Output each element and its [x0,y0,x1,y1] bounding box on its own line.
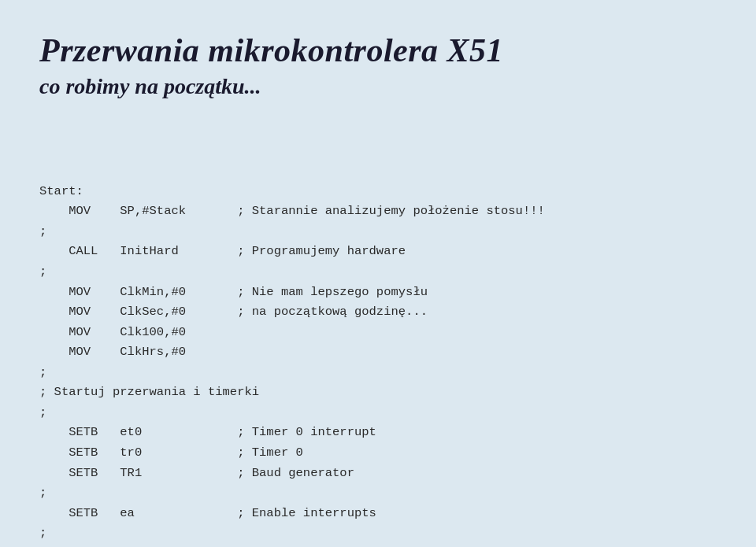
main-title: Przerwania mikrokontrolera X51 [39,31,717,69]
code-line: ; [39,363,717,383]
code-line: ... [39,544,717,547]
code-line: SETB et0 ; Timer 0 interrupt [39,423,717,443]
code-line: CALL InitHard ; Programujemy hardware [39,242,717,262]
code-line: SETB ea ; Enable interrupts [39,504,717,524]
code-line: ; [39,403,717,423]
code-line: MOV ClkHrs,#0 [39,342,717,363]
code-line: SETB tr0 ; Timer 0 [39,443,717,464]
code-line: MOV ClkMin,#0 ; Nie mam lepszego pomysłu [39,283,717,303]
code-line: Start: [39,182,717,202]
subtitle: co robimy na początku... [39,74,717,99]
code-line: MOV SP,#Stack ; Starannie analizujemy po… [39,201,717,222]
code-line: ; Startuj przerwania i timerki [39,383,717,403]
code-line: ; [39,262,717,283]
code-line: MOV Clk100,#0 [39,323,717,343]
code-line: ; [39,483,717,504]
code-line: ; [39,222,717,242]
code-line: ; [39,523,717,544]
code-line: MOV ClkSec,#0 ; na początkową godzinę... [39,302,717,323]
code-block: Start: MOV SP,#Stack ; Starannie analizu… [39,121,717,547]
code-line: SETB TR1 ; Baud generator [39,464,717,484]
page-container: Przerwania mikrokontrolera X51 co robimy… [0,0,756,547]
